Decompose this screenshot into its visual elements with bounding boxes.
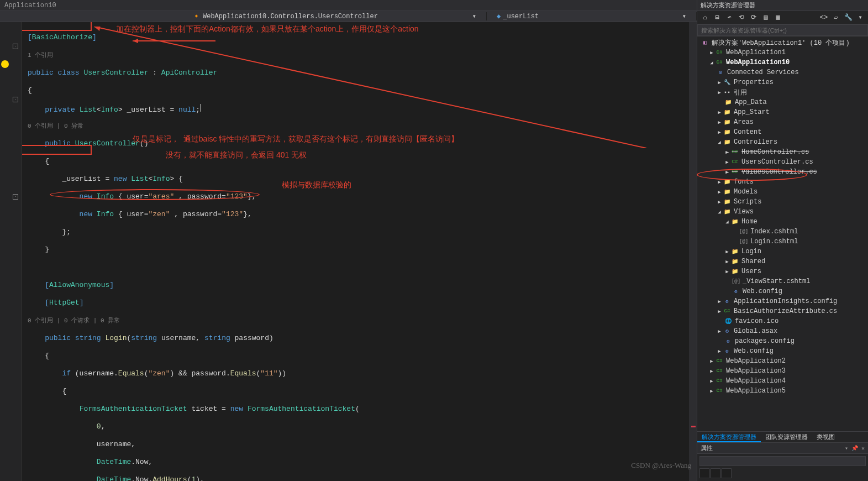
showall-icon[interactable]: ▤ xyxy=(760,12,771,23)
tree-folder[interactable]: ◢📁Controllers xyxy=(697,137,868,147)
tree-folder[interactable]: ▶📁Areas xyxy=(697,117,868,127)
scrollbar[interactable] xyxy=(689,22,697,481)
sync-icon[interactable]: ⟲ xyxy=(736,12,747,23)
config-icon: ⚙ xyxy=(723,297,732,305)
tab-class-view[interactable]: 类视图 xyxy=(812,432,839,442)
solution-tree[interactable]: ◧解决方案'WebApplication1' (10 个项目) ▶C#WebAp… xyxy=(697,36,868,431)
tree-file[interactable]: ▶⊕Global.asax xyxy=(697,326,868,336)
tree-file[interactable]: [@]Login.cshtml xyxy=(697,237,868,247)
editor-gutter: - - - xyxy=(0,22,22,481)
panel-title: 解决方案资源管理器 xyxy=(697,0,868,11)
chevron-right-icon[interactable]: ▶ xyxy=(716,109,723,116)
annotation-text: 加在控制器上，控制下面的Action都有效，如果只放在某个action上，作用仅… xyxy=(116,24,419,33)
document-tabs[interactable]: Application10 xyxy=(0,0,697,11)
pin-icon[interactable]: ▾ 📌 ✕ xyxy=(845,446,865,452)
tree-folder[interactable]: ▶📁Users xyxy=(697,266,868,276)
tree-folder[interactable]: ◢📁Views xyxy=(697,207,868,217)
tree-folder[interactable]: ▶📁Scripts xyxy=(697,197,868,207)
tab-solution-explorer[interactable]: 解决方案资源管理器 xyxy=(697,432,761,442)
project-node[interactable]: ▶C#WebApplication2 xyxy=(697,356,868,366)
project-node[interactable]: ▶C#WebApplication1 xyxy=(697,48,868,57)
tree-folder[interactable]: ▶📁Shared xyxy=(697,257,868,266)
chevron-down-icon[interactable]: ◢ xyxy=(708,60,715,66)
tree-file[interactable]: ▶⚙ApplicationInsights.config xyxy=(697,296,868,306)
csharp-icon: C# xyxy=(715,59,724,66)
chevron-right-icon[interactable]: ▶ xyxy=(716,80,723,86)
tree-file[interactable]: ▶C#BasicAuthorizeAttribute.cs xyxy=(697,306,868,316)
tree-file[interactable]: ▶⚙Web.config xyxy=(697,346,868,356)
prop-page-icon[interactable] xyxy=(722,468,732,478)
csharp-icon: C# xyxy=(715,377,724,385)
tree-file[interactable]: ⚙Web.config xyxy=(697,286,868,296)
tree-file-active[interactable]: ▶C#UsersController.cs xyxy=(697,157,868,167)
fold-icon[interactable]: - xyxy=(13,44,18,49)
csharp-icon: C# xyxy=(723,307,732,315)
wrench-icon[interactable]: 🔧 xyxy=(843,12,854,23)
project-node[interactable]: ▶C#WebApplication3 xyxy=(697,366,868,376)
tree-folder[interactable]: ▶📁Login xyxy=(697,247,868,257)
folder-icon: 📁 xyxy=(730,268,739,275)
class-icon: 🔸 xyxy=(192,12,201,20)
active-tab[interactable]: Application10 xyxy=(4,2,56,9)
tree-folder[interactable]: ◢📁Home xyxy=(697,217,868,227)
home-icon[interactable]: ⌂ xyxy=(699,12,711,23)
prop-az-icon[interactable] xyxy=(711,468,720,478)
tree-folder[interactable]: ▶📁Content xyxy=(697,127,868,137)
tree-file[interactable]: ▶C#ValuesController.cs xyxy=(697,167,868,177)
code-editor[interactable]: [BasicAuthorize] 1 个引用 public class User… xyxy=(22,22,697,481)
back-icon[interactable]: ↶ xyxy=(724,12,735,23)
chevron-right-icon[interactable]: ▶ xyxy=(716,119,723,126)
explorer-search[interactable] xyxy=(697,24,868,36)
favicon-icon: 🌐 xyxy=(724,317,733,325)
project-node[interactable]: ▶C#WebApplication5 xyxy=(697,386,868,396)
search-input[interactable] xyxy=(697,24,868,36)
tree-folder[interactable]: ▶📁Models xyxy=(697,187,868,197)
bc-member[interactable]: ◆_userList▾ xyxy=(487,12,697,20)
solution-node[interactable]: ◧解决方案'WebApplication1' (10 个项目) xyxy=(697,38,868,48)
tree-item[interactable]: ⊕Connected Services xyxy=(697,67,868,77)
tree-file[interactable]: [@]Index.cshtml xyxy=(697,227,868,237)
fold-icon[interactable]: - xyxy=(13,194,18,200)
tree-file[interactable]: [@]_ViewStart.cshtml xyxy=(697,276,868,286)
tab-team-explorer[interactable]: 团队资源管理器 xyxy=(761,432,812,442)
chevron-right-icon[interactable]: ▶ xyxy=(708,50,715,56)
csharp-icon: C# xyxy=(715,357,724,365)
csharp-icon: C# xyxy=(730,148,739,156)
tree-folder[interactable]: ▶📁fonts xyxy=(697,177,868,187)
chevron-down-icon[interactable]: ◢ xyxy=(716,209,723,215)
project-node[interactable]: ▶C#WebApplication4 xyxy=(697,376,868,386)
tree-file[interactable]: ▶C#HomeController.cs xyxy=(697,147,868,157)
project-node-active[interactable]: ◢C#WebApplication10 xyxy=(697,57,868,67)
tree-folder[interactable]: ▶📁App_Start xyxy=(697,107,868,117)
refresh-icon[interactable]: ⟳ xyxy=(748,12,759,23)
prop-cat-icon[interactable] xyxy=(699,468,709,478)
csharp-icon: C# xyxy=(715,367,724,375)
tree-file[interactable]: 🌐favicon.ico xyxy=(697,316,868,326)
folder-icon: 📁 xyxy=(723,198,732,206)
chevron-right-icon[interactable]: ▶ xyxy=(716,129,723,135)
panel-tabs[interactable]: 解决方案资源管理器 团队资源管理器 类视图 xyxy=(697,431,868,442)
fold-icon[interactable]: - xyxy=(13,97,18,102)
csharp-icon: C# xyxy=(730,168,739,176)
config-icon: ⚙ xyxy=(732,287,740,295)
lightbulb-icon[interactable] xyxy=(1,60,9,68)
more-icon[interactable]: ▾ xyxy=(855,12,866,23)
tree-item[interactable]: ▶▪▪引用 xyxy=(697,87,868,97)
preview-icon[interactable]: ▱ xyxy=(830,12,841,23)
config-icon: ⚙ xyxy=(724,337,733,345)
props-icon[interactable]: ▦ xyxy=(772,12,783,23)
chevron-right-icon[interactable]: ▶ xyxy=(716,90,723,96)
asax-icon: ⊕ xyxy=(723,327,732,335)
chevron-down-icon[interactable]: ◢ xyxy=(716,139,723,145)
bc-namespace[interactable]: 🔸WebApplication10.Controllers.UsersContr… xyxy=(182,12,487,20)
chevron-down-icon[interactable]: ◢ xyxy=(724,219,730,225)
folder-icon: 📁 xyxy=(730,258,739,265)
tree-folder[interactable]: 📁App_Data xyxy=(697,97,868,107)
tree-item[interactable]: ▶🔧Properties xyxy=(697,77,868,87)
collapse-icon[interactable]: ⊟ xyxy=(712,12,723,23)
folder-icon: 📁 xyxy=(723,178,732,186)
code-icon[interactable]: <> xyxy=(818,12,829,23)
tree-file[interactable]: ⚙packages.config xyxy=(697,336,868,346)
folder-icon: 📁 xyxy=(723,188,732,196)
folder-icon: 📁 xyxy=(723,118,732,126)
